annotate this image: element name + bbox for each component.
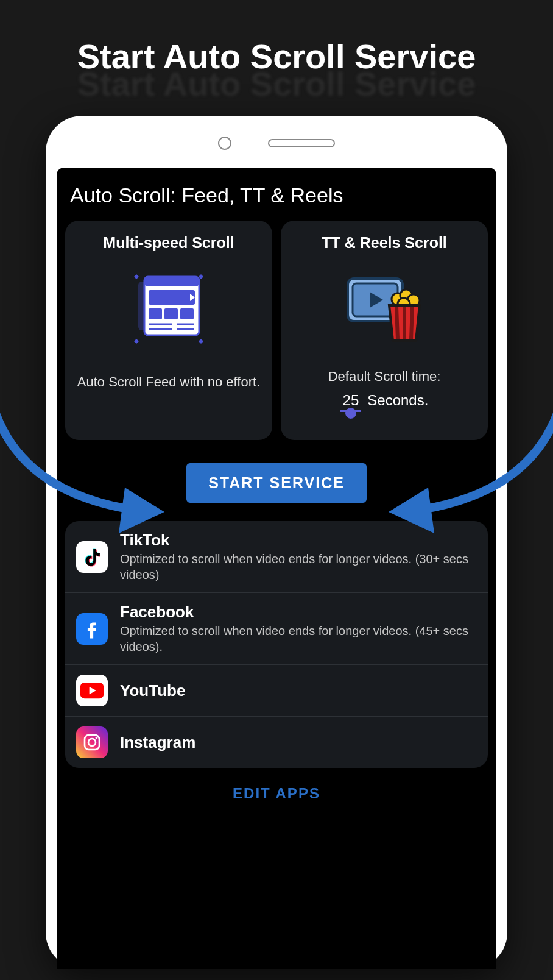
card-multi-title: Multi-speed Scroll	[103, 234, 234, 252]
phone-screen: Auto Scroll: Feed, TT & Reels Multi-spee…	[57, 168, 496, 969]
card-reels[interactable]: TT & Reels Scroll	[281, 221, 488, 440]
phone-notch	[46, 116, 507, 152]
card-multi-speed[interactable]: Multi-speed Scroll	[65, 221, 272, 440]
app-desc: Optimized to scroll when video ends for …	[120, 623, 477, 655]
promo-title: Start Auto Scroll Service	[0, 37, 553, 76]
scroll-time-label: Default Scroll time:	[328, 369, 441, 385]
start-service-button[interactable]: START SERVICE	[186, 463, 367, 503]
video-popcorn-icon	[342, 266, 427, 352]
svg-rect-5	[149, 290, 195, 305]
app-row-instagram[interactable]: Instagram	[65, 717, 488, 768]
card-multi-desc: Auto Scroll Feed with no effort.	[77, 374, 260, 391]
svg-rect-7	[149, 308, 162, 319]
edit-apps-link[interactable]: EDIT APPS	[65, 785, 488, 802]
app-desc: Optimized to scroll when video ends for …	[120, 551, 477, 583]
app-name: Instagram	[120, 733, 477, 752]
svg-rect-8	[164, 308, 178, 319]
card-reels-title: TT & Reels Scroll	[322, 234, 447, 252]
facebook-icon	[76, 613, 108, 645]
svg-line-27	[411, 307, 412, 339]
app-title: Auto Scroll: Feed, TT & Reels	[65, 180, 488, 221]
speaker-icon	[268, 139, 335, 147]
camera-icon	[218, 137, 231, 150]
instagram-icon	[76, 726, 108, 758]
svg-point-32	[96, 737, 98, 739]
app-row-tiktok[interactable]: TikTok Optimized to scroll when video en…	[65, 521, 488, 593]
svg-rect-4	[144, 277, 199, 286]
svg-point-31	[88, 739, 96, 746]
svg-marker-16	[134, 339, 139, 344]
svg-rect-9	[180, 308, 194, 319]
svg-line-25	[396, 307, 398, 339]
phone-frame: Auto Scroll: Feed, TT & Reels Multi-spee…	[46, 116, 507, 969]
app-name: Facebook	[120, 603, 477, 622]
app-row-youtube[interactable]: YouTube	[65, 665, 488, 717]
apps-panel: TikTok Optimized to scroll when video en…	[65, 521, 488, 768]
scroll-time-unit: Seconds.	[367, 392, 428, 409]
tiktok-icon	[76, 541, 108, 573]
svg-marker-14	[134, 274, 139, 279]
app-row-facebook[interactable]: Facebook Optimized to scroll when video …	[65, 593, 488, 665]
app-name: YouTube	[120, 681, 477, 700]
webpages-icon	[129, 266, 208, 352]
scroll-time-input[interactable]: 25	[340, 392, 362, 412]
youtube-icon	[76, 675, 108, 706]
svg-marker-17	[199, 339, 203, 344]
app-name: TikTok	[120, 531, 477, 550]
